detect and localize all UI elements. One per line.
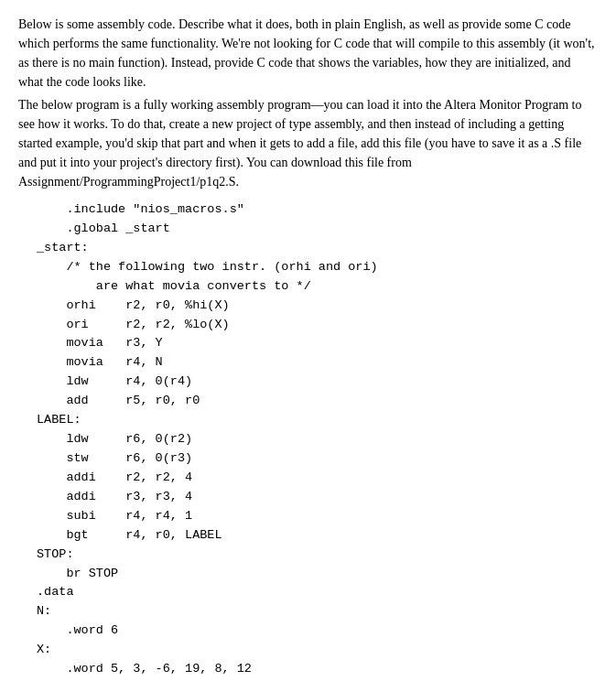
code-line: movia r3, Y — [37, 334, 598, 353]
code-line: STOP: — [37, 546, 598, 565]
code-line: LABEL: — [37, 411, 598, 430]
code-line: movia r4, N — [37, 353, 598, 373]
code-line: bgt r4, r0, LABEL — [37, 526, 598, 546]
code-line: /* the following two instr. (orhi and or… — [37, 258, 598, 277]
code-line: ldw r4, 0(r4) — [37, 373, 598, 392]
paragraph1: Below is some assembly code. Describe wh… — [18, 15, 598, 92]
code-line: .word 5, 3, -6, 19, 8, 12 — [37, 660, 598, 679]
code-line: addi r2, r2, 4 — [37, 469, 598, 488]
code-line: addi r3, r3, 4 — [37, 488, 598, 507]
code-line: ori r2, r2, %lo(X) — [37, 316, 598, 335]
code-line: .word 6 — [37, 622, 598, 641]
code-line: subi r4, r4, 1 — [37, 507, 598, 526]
code-line: add r5, r0, r0 — [37, 392, 598, 411]
code-block: .include "nios_macros.s" .global _start_… — [18, 200, 598, 681]
description-block: Below is some assembly code. Describe wh… — [18, 15, 598, 191]
code-line: .data — [37, 583, 598, 602]
code-line: orhi r2, r0, %hi(X) — [37, 297, 598, 316]
code-line: stw r6, 0(r3) — [37, 449, 598, 469]
code-line: _start: — [37, 239, 598, 258]
page-content: Below is some assembly code. Describe wh… — [18, 15, 598, 681]
code-line: are what movia converts to */ — [37, 277, 598, 297]
code-line: br STOP — [37, 565, 598, 584]
code-line: N: — [37, 602, 598, 622]
code-line: .include "nios_macros.s" — [37, 200, 598, 220]
paragraph2: The below program is a fully working ass… — [18, 95, 598, 191]
code-line: ldw r6, 0(r2) — [37, 430, 598, 449]
code-line: .global _start — [37, 220, 598, 239]
code-line: X: — [37, 641, 598, 660]
